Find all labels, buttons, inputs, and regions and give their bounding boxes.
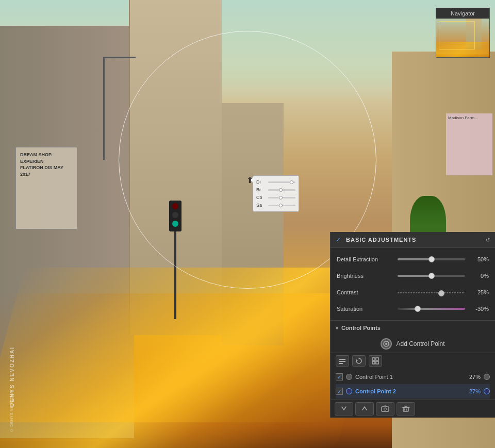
- refresh-icon: [355, 357, 362, 364]
- svg-rect-12: [403, 407, 408, 411]
- right-panel: ✓ BASIC ADJUSTMENTS ↺ Detail Extraction …: [330, 232, 495, 418]
- traffic-light-pole: [174, 216, 176, 319]
- navigator-title: Navigator: [436, 8, 489, 19]
- cp-value-2: 27%: [463, 388, 481, 394]
- svg-rect-2: [339, 359, 345, 360]
- cp-value-1: 27%: [463, 374, 481, 380]
- svg-point-11: [384, 408, 387, 410]
- mini-slider-co: Co: [256, 194, 295, 201]
- street-lamp-pole: [103, 57, 105, 160]
- cp-checkbox-2[interactable]: ✓: [336, 388, 343, 395]
- svg-rect-10: [382, 407, 389, 411]
- cp-dot-1: [346, 374, 352, 380]
- mini-slider-di: Di: [256, 178, 295, 186]
- billboard-subtext: FLATIRON DIS MAY 2017: [20, 165, 63, 177]
- section-check-icon[interactable]: ✓: [336, 236, 343, 243]
- cp-tool-add-btn[interactable]: [336, 355, 349, 367]
- slider-track-saturation[interactable]: [398, 308, 465, 310]
- cp-tool-refresh-btn[interactable]: [352, 355, 366, 367]
- cp-bottom-toolbar: [331, 400, 495, 418]
- slider-track-contrast[interactable]: [398, 292, 465, 293]
- slider-track-brightness[interactable]: [398, 275, 465, 277]
- billboard-text: DREAM SHOP. EXPERIEN FLATIRON DIS MAY 20…: [16, 147, 77, 181]
- basic-adjustments-title: BASIC ADJUSTMENTS: [346, 237, 483, 243]
- section-collapse-icon[interactable]: ↺: [486, 237, 490, 243]
- cp-row-2[interactable]: ✓ Control Point 2 27%: [336, 384, 490, 399]
- basic-adjustments-header[interactable]: ✓ BASIC ADJUSTMENTS ↺: [331, 232, 495, 248]
- ad-banner: Madison Farm...: [446, 113, 492, 175]
- svg-marker-5: [356, 359, 358, 361]
- slider-value-saturation: -30%: [469, 306, 489, 312]
- sliders-container: Detail Extraction 50% Brightness 0% Cont…: [331, 248, 495, 320]
- watermark-copyright: © DENYS NEVOZHAI: [9, 390, 14, 433]
- slider-row-brightness: Brightness 0%: [337, 268, 489, 284]
- slider-label-brightness: Brightness: [337, 273, 393, 279]
- slider-row-saturation: Saturation -30%: [337, 301, 489, 317]
- cp-checkbox-1[interactable]: ✓: [336, 373, 343, 380]
- mini-slider-sa: Sa: [256, 202, 295, 209]
- add-cp-label: Add Control Point: [396, 340, 444, 347]
- cp-dot-end-2: [484, 388, 490, 394]
- arrow-down-icon: [340, 405, 348, 412]
- slider-label-contrast: Contrast: [337, 289, 393, 295]
- slider-thumb-brightness[interactable]: [428, 273, 435, 279]
- list-icon: [339, 357, 346, 364]
- slider-row-contrast: Contrast 25%: [337, 284, 489, 301]
- navigator-preview: [436, 19, 489, 57]
- taxi-motion-blur2: [0, 293, 384, 422]
- cp-bottom-move-down-btn[interactable]: [335, 402, 353, 416]
- cp-bottom-delete-btn[interactable]: [397, 402, 415, 416]
- slider-label-saturation: Saturation: [337, 306, 393, 312]
- cp-dot-2: [346, 388, 352, 394]
- navigator-panel: Navigator: [436, 8, 490, 58]
- cp-name-1: Control Point 1: [355, 374, 459, 380]
- slider-value-contrast: 25%: [469, 289, 489, 295]
- slider-fill-brightness: [398, 275, 432, 277]
- slider-value-detail: 50%: [469, 256, 489, 262]
- cp-row-1[interactable]: ✓ Control Point 1 27%: [336, 370, 490, 384]
- cp-bottom-camera-btn[interactable]: [376, 402, 394, 416]
- svg-rect-8: [372, 361, 375, 364]
- svg-rect-4: [339, 363, 343, 364]
- traffic-light-box: [169, 201, 182, 231]
- control-points-header[interactable]: ▾ Control Points: [331, 321, 495, 335]
- slider-fill-detail: [398, 258, 432, 260]
- add-control-point-button[interactable]: Add Control Point: [331, 335, 495, 353]
- slider-row-detail: Detail Extraction 50%: [337, 251, 489, 268]
- traffic-light-yellow: [172, 212, 178, 218]
- svg-rect-3: [339, 361, 345, 362]
- slider-label-detail: Detail Extraction: [337, 256, 393, 262]
- street-lamp-arm: [105, 57, 136, 58]
- trash-icon: [402, 405, 410, 412]
- control-points-title: Control Points: [341, 325, 381, 331]
- slider-track-detail[interactable]: [398, 258, 465, 260]
- traffic-light-red: [172, 203, 178, 209]
- cp-dot-end-1: [484, 374, 490, 380]
- cp-toolbar: [331, 353, 495, 369]
- cp-name-2: Control Point 2: [355, 388, 459, 394]
- svg-rect-9: [376, 361, 378, 364]
- slider-thumb-saturation[interactable]: [415, 306, 421, 312]
- expand-icon: [372, 357, 379, 364]
- svg-rect-7: [376, 358, 378, 360]
- cp-bottom-move-up-btn[interactable]: [355, 402, 374, 416]
- add-cp-circle-icon: [381, 338, 392, 350]
- target-icon: [383, 340, 390, 347]
- control-points-section: ▾ Control Points Add Control Point: [331, 320, 495, 418]
- svg-rect-6: [372, 358, 375, 360]
- cp-tool-expand-btn[interactable]: [369, 355, 382, 367]
- traffic-light-green: [172, 221, 178, 227]
- nav-viewport-rect: [439, 21, 475, 49]
- svg-point-1: [385, 343, 387, 345]
- cp-collapse-icon[interactable]: ▾: [336, 325, 338, 331]
- mini-sliders-popup: Di Br Co Sa: [253, 175, 299, 212]
- mini-slider-br: Br: [256, 186, 295, 193]
- billboard: DREAM SHOP. EXPERIEN FLATIRON DIS MAY 20…: [15, 147, 77, 229]
- slider-thumb-contrast[interactable]: [438, 290, 444, 296]
- camera-icon: [381, 405, 389, 412]
- arrow-up-icon: [360, 405, 369, 412]
- slider-thumb-detail[interactable]: [428, 256, 435, 262]
- cp-list: ✓ Control Point 1 27% ✓ Control Point 2 …: [331, 369, 495, 400]
- slider-value-brightness: 0%: [469, 273, 489, 279]
